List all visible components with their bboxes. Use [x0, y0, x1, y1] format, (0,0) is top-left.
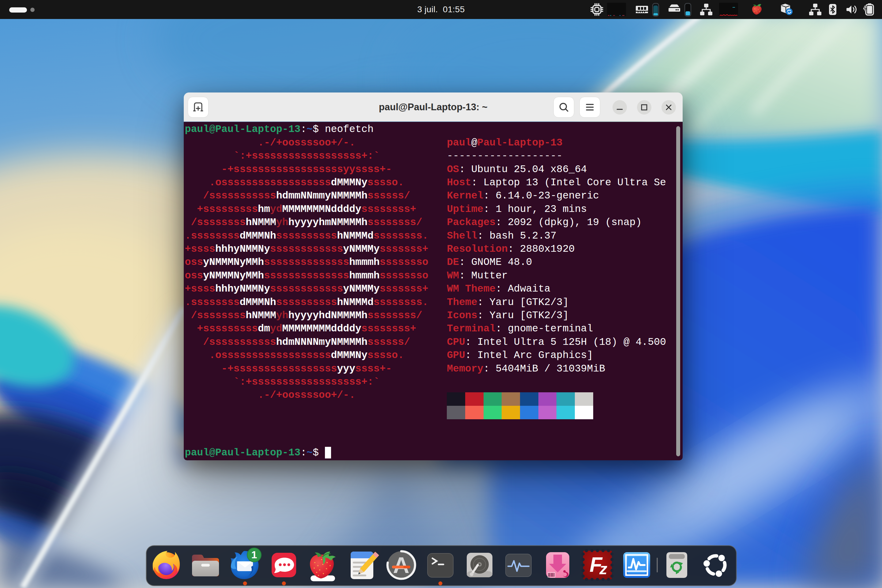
svg-text:1: 1 — [251, 549, 257, 560]
svg-text:z: z — [599, 560, 607, 578]
svg-text:A: A — [393, 552, 409, 578]
